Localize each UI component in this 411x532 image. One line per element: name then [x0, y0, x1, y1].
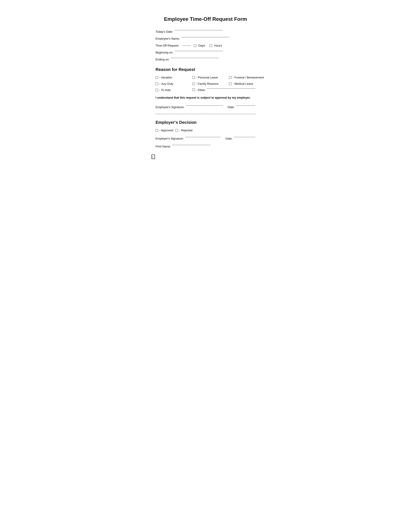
family-reasons-option: - Family Reasons [192, 82, 225, 86]
disclaimer-text: I understand that this request is subjec… [155, 96, 256, 100]
ending-on-row: Ending on: [155, 58, 256, 61]
print-name-label: Print Name: [155, 145, 171, 148]
employer-signature-row: Employer's Signature: Date: [155, 137, 256, 140]
employee-date-input[interactable] [236, 105, 255, 106]
jury-duty-label: - Jury Duty [159, 82, 173, 86]
vacation-label: - Vacation [159, 76, 172, 79]
rejected-checkbox[interactable] [175, 129, 178, 132]
svg-text:e: e [153, 156, 153, 158]
todays-date-row: Today's Date: [155, 30, 256, 34]
approved-checkbox[interactable] [155, 129, 158, 132]
employer-section-title: Employer's Decision [155, 120, 256, 125]
medical-leave-label: - Medical Leave [233, 82, 253, 86]
days-label: Days [198, 44, 205, 48]
section-divider [155, 114, 256, 114]
reason-row-3: - To Vote - Other: [155, 88, 256, 92]
to-vote-checkbox[interactable] [155, 89, 158, 91]
other-option: - Other: [192, 88, 256, 92]
rejected-label: - Rejected [179, 129, 192, 132]
hours-checkbox[interactable] [210, 44, 212, 47]
employee-date-label: Date: [228, 105, 235, 109]
employees-name-input[interactable] [181, 37, 229, 37]
decision-row: - Approved - Rejected [155, 129, 256, 132]
other-input[interactable] [207, 88, 256, 89]
days-checkbox[interactable] [194, 44, 196, 47]
other-label: - Other: [196, 88, 206, 92]
hours-label: Hours [214, 44, 222, 48]
family-reasons-checkbox[interactable] [192, 83, 195, 85]
funeral-checkbox[interactable] [229, 76, 232, 79]
jury-duty-option: - Jury Duty [155, 82, 188, 86]
personal-leave-option: - Personal Leave [192, 76, 225, 79]
employee-sig-input[interactable] [186, 105, 223, 106]
todays-date-label: Today's Date: [155, 30, 173, 34]
timeoff-request-row: Time-Off Request: Days Hours [155, 44, 256, 48]
jury-duty-checkbox[interactable] [155, 83, 158, 85]
employees-name-row: Employee's Name: [155, 37, 256, 40]
personal-leave-checkbox[interactable] [192, 76, 195, 79]
medical-leave-checkbox[interactable] [229, 83, 232, 85]
timeoff-amount-input[interactable] [182, 46, 191, 46]
funeral-option: - Funeral / Bereavement [229, 76, 269, 79]
form-page: Employee Time-Off Request Form Today's D… [143, 6, 268, 166]
document-icon: e [151, 154, 156, 160]
vacation-option: - Vacation [155, 76, 188, 79]
ending-on-label: Ending on: [155, 58, 169, 61]
timeoff-request-label: Time-Off Request: [155, 44, 179, 48]
medical-leave-option: - Medical Leave [229, 82, 269, 86]
beginning-on-row: Beginning on: [155, 51, 256, 54]
beginning-on-input[interactable] [174, 51, 223, 51]
employer-date-label: Date: [226, 137, 232, 140]
to-vote-label: - To Vote [159, 88, 171, 92]
reason-row-2: - Jury Duty - Family Reasons - Medical L… [155, 82, 256, 86]
approved-label: - Approved [159, 129, 173, 132]
family-reasons-label: - Family Reasons [196, 82, 219, 86]
print-name-row: Print Name: [155, 145, 256, 148]
employees-name-label: Employee's Name: [155, 37, 180, 40]
other-checkbox[interactable] [192, 88, 195, 91]
reason-row-1: - Vacation - Personal Leave - Funeral / … [155, 76, 256, 79]
employer-date-input[interactable] [234, 137, 256, 137]
funeral-label: - Funeral / Bereavement [233, 76, 264, 79]
employee-signature-row: Employee's Signature: Date: [155, 105, 256, 109]
employer-sig-input[interactable] [185, 137, 221, 137]
beginning-on-label: Beginning on: [155, 51, 173, 54]
vacation-checkbox[interactable] [155, 76, 158, 79]
footer-icon-area: e [151, 154, 156, 161]
form-title: Employee Time-Off Request Form [155, 16, 256, 22]
to-vote-option: - To Vote [155, 88, 188, 92]
employee-sig-label: Employee's Signature: [155, 105, 184, 109]
reason-section-title: Reason for Request [155, 67, 256, 72]
employer-sig-label: Employer's Signature: [155, 137, 184, 140]
personal-leave-label: - Personal Leave [196, 76, 218, 79]
